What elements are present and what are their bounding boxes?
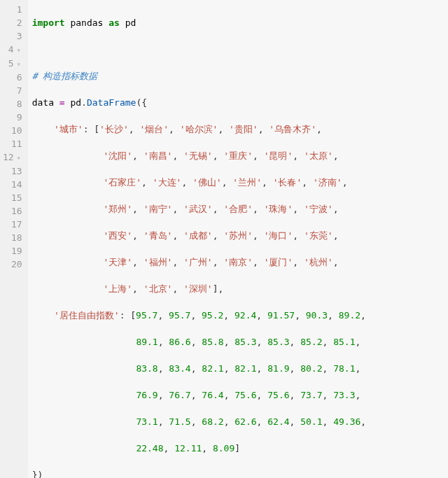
num: 76.9 (136, 390, 158, 400)
num: 73.7 (300, 390, 322, 400)
num: 85.3 (267, 337, 289, 347)
num: 85.2 (300, 337, 322, 347)
str: '佛山' (192, 177, 222, 188)
num: 85.1 (333, 337, 355, 347)
num: 68.2 (202, 416, 223, 427)
str: '北京' (144, 283, 173, 294)
str: '苏州' (223, 230, 253, 241)
num: 73.1 (136, 416, 158, 427)
str: '珠海' (264, 204, 293, 214)
str: '太原' (304, 150, 333, 161)
str: '乌鲁木齐' (269, 124, 316, 134)
str: '济南' (313, 177, 342, 188)
num: 73.3 (333, 390, 355, 400)
num: 78.1 (333, 363, 355, 374)
num: 82.1 (202, 363, 223, 374)
num: 49.36 (333, 416, 360, 427)
comment: # 构造指标数据 (32, 71, 98, 81)
str: '烟台' (139, 124, 169, 134)
fold-icon[interactable]: ▾ (15, 43, 22, 57)
num: 89.2 (339, 310, 360, 321)
str: '石家庄' (103, 177, 141, 188)
str: '厦门' (264, 257, 293, 267)
num: 62.6 (234, 416, 256, 427)
code-editor[interactable]: 1 2 3 4▾ 5▾ 6 7 8 9 10 11 12▾ 13 14 15 1… (0, 0, 448, 478)
str: '重庆' (223, 150, 253, 161)
num: 22.48 (136, 443, 163, 454)
num: 85.8 (202, 337, 223, 347)
num: 82.1 (234, 363, 256, 374)
num: 8.09 (213, 443, 234, 454)
alias-pd: pd (125, 17, 136, 28)
str: '南京' (223, 257, 253, 267)
str: '大连' (153, 177, 182, 188)
str: '西安' (103, 230, 132, 241)
str: '青岛' (144, 230, 173, 241)
str: '南昌' (144, 150, 173, 161)
pd-ref: pd (70, 97, 81, 108)
punc-close: }) (32, 470, 43, 478)
num: 81.9 (267, 363, 289, 374)
str: '长春' (273, 177, 302, 188)
num: 76.4 (202, 390, 223, 400)
num: 95.2 (202, 310, 223, 321)
num: 86.6 (169, 337, 190, 347)
num: 80.2 (300, 363, 322, 374)
str: '福州' (144, 257, 173, 267)
code-content[interactable]: import pandas as pd # 构造指标数据 data = pd.D… (28, 0, 448, 478)
str: '海口' (264, 230, 293, 241)
fold-icon[interactable]: ▾ (15, 57, 22, 71)
str: '宁波' (304, 204, 333, 214)
num: 12.11 (174, 443, 202, 454)
num: 50.1 (300, 416, 322, 427)
key-city: '城市' (54, 124, 83, 134)
num: 91.57 (267, 310, 295, 321)
num: 85.3 (234, 337, 256, 347)
str: '东莞' (304, 230, 333, 241)
str: '合肥' (223, 204, 253, 214)
str: '南宁' (144, 204, 173, 214)
str: '昆明' (264, 150, 293, 161)
str: '杭州' (304, 257, 333, 267)
str: '长沙' (99, 124, 129, 134)
num: 75.6 (234, 390, 256, 400)
str: '武汉' (183, 204, 213, 214)
kw-import: import (32, 17, 65, 28)
str: '兰州' (232, 177, 262, 188)
str: '郑州' (103, 204, 132, 214)
str: '贵阳' (229, 124, 258, 134)
num: 92.4 (234, 310, 256, 321)
fold-icon[interactable]: ▾ (15, 151, 22, 164)
num: 75.6 (267, 390, 289, 400)
str: '沈阳' (103, 150, 132, 161)
str: '哈尔滨' (180, 124, 218, 134)
str: '深圳' (183, 283, 213, 294)
str: '上海' (103, 283, 132, 294)
num: 76.7 (169, 390, 190, 400)
num: 90.3 (306, 310, 328, 321)
punc: ] (234, 443, 240, 454)
str: '成都' (183, 230, 213, 241)
punc: ({ (136, 97, 147, 108)
num: 71.5 (169, 416, 190, 427)
str: '天津' (103, 257, 132, 267)
num: 89.1 (136, 337, 158, 347)
num: 83.8 (136, 363, 158, 374)
fn-dataframe: DataFrame (87, 97, 136, 108)
num: 95.7 (169, 310, 190, 321)
kw-as: as (108, 17, 120, 28)
var-data: data (32, 97, 54, 108)
num: 95.7 (136, 310, 158, 321)
num: 62.4 (267, 416, 289, 427)
str: '广州' (183, 257, 213, 267)
str: '无锡' (183, 150, 213, 161)
mod-pandas: pandas (70, 17, 103, 28)
line-gutter: 1 2 3 4▾ 5▾ 6 7 8 9 10 11 12▾ 13 14 15 1… (0, 0, 28, 478)
num: 83.4 (169, 363, 190, 374)
key-index: '居住自由指数' (54, 310, 120, 321)
op-eq: = (59, 97, 65, 108)
